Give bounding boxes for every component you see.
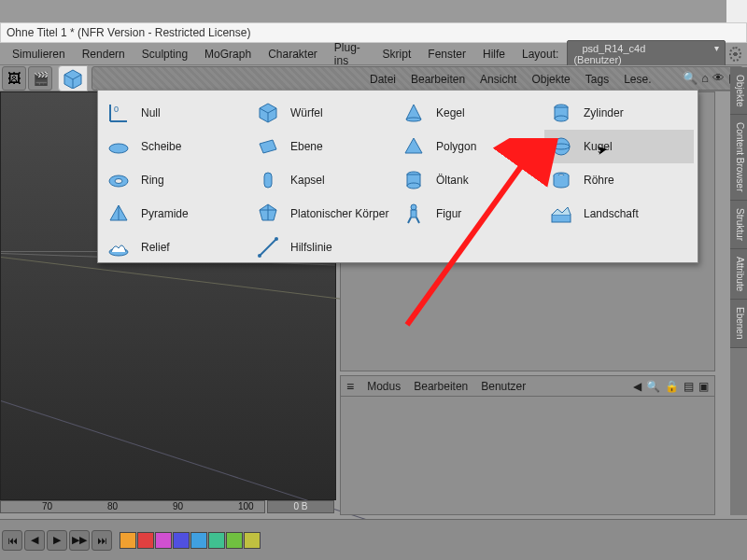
svg-line-18 (260, 239, 276, 256)
sidetab-objekte[interactable]: Objekte (730, 67, 747, 115)
menu-skript[interactable]: Skript (374, 44, 420, 64)
primitive-oiltank[interactable]: Öltank (397, 163, 546, 197)
color-chip[interactable] (120, 532, 136, 549)
svg-point-5 (109, 144, 128, 153)
attr-menu-benutzer[interactable]: Benutzer (481, 380, 526, 393)
obj-menu-tags[interactable]: Tags (578, 73, 616, 86)
layout-selector[interactable]: psd_R14_c4d (Benutzer) (567, 40, 725, 68)
menu-fenster[interactable]: Fenster (419, 44, 474, 64)
sidetab-struktur[interactable]: Struktur (730, 201, 747, 249)
primitive-cone[interactable]: Kegel (397, 96, 546, 130)
primitive-platonic[interactable]: Platonischer Körper (251, 197, 401, 231)
sphere-icon (548, 133, 574, 160)
primitive-torus[interactable]: Ring (102, 163, 251, 197)
sidetab-attribute[interactable]: Attribute (730, 249, 747, 300)
timeline-play-button[interactable]: ▶ (47, 530, 67, 551)
svg-rect-14 (264, 173, 272, 188)
tool-clapper-icon[interactable]: 🎬 (28, 66, 52, 91)
figure-icon (401, 201, 427, 227)
color-chip[interactable] (226, 532, 243, 549)
tool-icon-generic[interactable]: 🖼 (2, 66, 26, 91)
timeline-prev-button[interactable]: ◀ (24, 530, 45, 551)
color-chip[interactable] (244, 532, 261, 549)
svg-marker-13 (260, 140, 276, 153)
ruler-tick: 70 (42, 501, 52, 511)
cube-icon (63, 68, 83, 89)
timeline-first-button[interactable]: ⏮ (2, 530, 22, 551)
primitive-cube[interactable]: Würfel (251, 96, 401, 130)
back-icon[interactable]: ◀ (633, 380, 641, 393)
capsule-icon (255, 167, 281, 193)
null-axis-icon: 0 (106, 100, 132, 126)
menu-charakter[interactable]: Charakter (260, 44, 326, 64)
attr-menu-bearbeiten[interactable]: Bearbeiten (414, 380, 468, 393)
primitive-relief[interactable]: Relief (102, 231, 251, 264)
color-chip[interactable] (137, 532, 154, 549)
new-icon[interactable]: ▤ (684, 380, 694, 393)
primitive-label: Ebene (290, 140, 323, 153)
attribute-manager-panel[interactable]: ≡ Modus Bearbeiten Benutzer ◀ 🔍 🔒 ▤ ▣ (340, 375, 715, 515)
svg-point-27 (411, 204, 416, 210)
obj-menu-lesez[interactable]: Lese. (616, 73, 658, 86)
pyramid-icon (106, 201, 132, 227)
primitive-null-axis[interactable]: 0Null (102, 96, 251, 130)
attr-menu-handle[interactable]: ≡ (346, 379, 354, 394)
sidetab-content[interactable]: Content Browser (730, 115, 747, 200)
menu-hilfe[interactable]: Hilfe (474, 44, 514, 64)
obj-menu-bearbeiten[interactable]: Bearbeiten (403, 73, 472, 86)
landscape-icon (548, 201, 574, 227)
primitive-landscape[interactable]: Landschaft (544, 197, 694, 231)
obj-menu-datei[interactable]: Datei (362, 73, 403, 86)
timeline-last-button[interactable]: ⏭ (92, 530, 112, 551)
obj-menu-ansicht[interactable]: Ansicht (472, 73, 524, 86)
timeline-bar: ⏮ ◀ ▶ ▶▶ ⏭ (0, 519, 747, 560)
timeline-next-button[interactable]: ▶▶ (69, 530, 90, 551)
svg-rect-38 (552, 215, 571, 222)
primitive-sphere[interactable]: Kugel (544, 130, 694, 163)
home-icon[interactable]: ⌂ (701, 71, 709, 85)
lock-icon[interactable]: 🔒 (665, 380, 679, 393)
search-icon[interactable]: 🔍 (646, 380, 660, 393)
svg-line-30 (416, 217, 419, 223)
search-icon[interactable]: 🔍 (683, 71, 698, 85)
attr-menu-modus[interactable]: Modus (367, 380, 401, 393)
maximize-icon[interactable]: ▣ (698, 380, 709, 393)
main-menubar: Simulieren Rendern Sculpting MoGraph Cha… (0, 43, 747, 65)
polygon-icon (401, 133, 427, 160)
primitive-cylinder[interactable]: Zylinder (544, 96, 694, 130)
color-chip[interactable] (173, 532, 190, 549)
primitive-disc[interactable]: Scheibe (102, 130, 251, 163)
color-chip[interactable] (208, 532, 225, 549)
cube-icon (255, 100, 281, 126)
primitive-objects-popup: 0NullScheibeRingPyramideRelief WürfelEbe… (97, 90, 698, 263)
primitive-figure[interactable]: Figur (397, 197, 546, 231)
gear-icon[interactable] (729, 47, 741, 62)
primitive-tube[interactable]: Röhre (544, 163, 694, 197)
sidetab-ebenen[interactable]: Ebenen (730, 300, 747, 347)
primitive-capsule[interactable]: Kapsel (251, 163, 401, 197)
primitive-polygon[interactable]: Polygon (397, 130, 546, 163)
primitive-label: Platonischer Körper (290, 207, 388, 220)
primitive-pyramid[interactable]: Pyramide (102, 197, 251, 231)
menu-rendern[interactable]: Rendern (74, 44, 134, 64)
color-chip[interactable] (190, 532, 207, 549)
menu-simulieren[interactable]: Simulieren (4, 44, 74, 64)
cylinder-icon (548, 100, 574, 126)
primitive-plane[interactable]: Ebene (251, 130, 401, 163)
eye-icon[interactable]: 👁 (712, 71, 725, 85)
menu-mograph[interactable]: MoGraph (196, 44, 260, 64)
guide-icon (255, 234, 281, 260)
obj-menu-objekte[interactable]: Objekte (524, 73, 577, 86)
ruler-tick: 100 (238, 501, 254, 511)
primitive-label: Zylinder (584, 106, 624, 119)
window-title: Ohne Titel 1 * (NFR Version - Restricted… (7, 26, 250, 39)
color-chip[interactable] (155, 532, 172, 549)
right-side-tabs: Objekte Content Browser Struktur Attribu… (730, 67, 747, 515)
svg-marker-23 (405, 138, 422, 153)
primitive-label: Öltank (436, 174, 469, 187)
disc-icon (106, 133, 132, 160)
tool-primitive-cube-active[interactable] (58, 65, 88, 91)
primitive-label: Würfel (290, 106, 323, 119)
primitive-guide[interactable]: Hilfslinie (251, 231, 401, 264)
menu-sculpting[interactable]: Sculpting (134, 44, 196, 64)
